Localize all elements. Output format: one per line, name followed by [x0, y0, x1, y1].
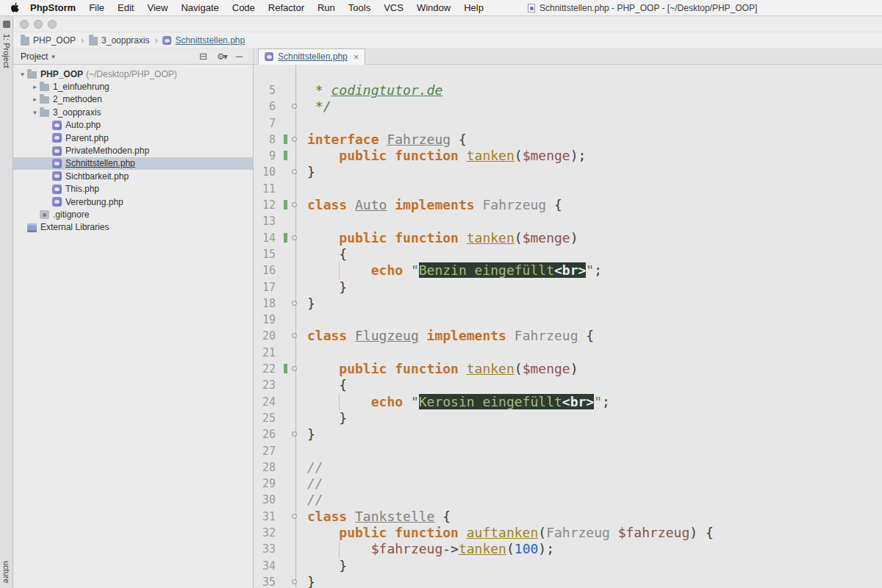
- close-window-button[interactable]: [20, 20, 29, 29]
- code-line-7[interactable]: 7: [254, 115, 882, 132]
- menu-tools[interactable]: Tools: [342, 2, 377, 13]
- tree-item-auto-php[interactable]: Auto.php: [13, 119, 253, 132]
- code-line-33[interactable]: 33 $fahrzeug->tanken(100);: [254, 541, 882, 557]
- menu-help[interactable]: Help: [457, 2, 490, 13]
- menu-view[interactable]: View: [140, 2, 174, 13]
- code-line-35[interactable]: 35}: [254, 574, 882, 588]
- code-line-9[interactable]: 9 public function tanken($menge);: [254, 148, 882, 164]
- gutter-spacer: [283, 410, 289, 426]
- code-line-18[interactable]: 18}: [254, 295, 882, 312]
- tree-expand-arrow-icon[interactable]: ▸: [30, 83, 40, 90]
- code-line-12[interactable]: 12class Auto implements Fahrzeug {: [254, 197, 882, 213]
- fold-marker-icon[interactable]: [292, 579, 297, 584]
- project-tree[interactable]: ▾PHP_OOP (~/Desktop/PHP_OOP)▸1_einfuehru…: [13, 65, 254, 588]
- zoom-window-button[interactable]: [48, 20, 57, 29]
- tree-item-parent-php[interactable]: Parent.php: [13, 132, 253, 144]
- code-line-8[interactable]: 8interface Fahrzeug {: [254, 132, 882, 148]
- tree-item-sichtbarkeit-php[interactable]: Sichtbarkeit.php: [13, 170, 253, 182]
- menu-file[interactable]: File: [82, 2, 111, 13]
- tree-item-privatemethoden-php[interactable]: PrivateMethoden.php: [13, 144, 253, 157]
- fold-marker-icon[interactable]: [292, 104, 297, 109]
- fold-marker-icon[interactable]: [292, 514, 297, 519]
- code-line-10[interactable]: 10}: [254, 164, 882, 180]
- code-line-21[interactable]: 21: [254, 345, 882, 361]
- tree-item-external-libraries[interactable]: External Libraries: [13, 221, 253, 234]
- menu-navigate[interactable]: Navigate: [174, 2, 225, 13]
- tree-expand-arrow-icon[interactable]: ▾: [18, 71, 27, 78]
- code-line-19[interactable]: 19: [254, 312, 882, 328]
- editor[interactable]: 5 * codingtutor.de6 */78interface Fahrze…: [254, 65, 882, 588]
- code-line-5[interactable]: 5 * codingtutor.de: [254, 82, 882, 98]
- tree-item-1-einfuehrung[interactable]: ▸1_einfuehrung: [13, 80, 253, 93]
- code-line-27[interactable]: 27: [254, 443, 882, 459]
- code-line-28[interactable]: 28//: [254, 459, 882, 476]
- fold-marker-icon[interactable]: [292, 301, 297, 306]
- gutter-spacer: [283, 98, 289, 115]
- minimize-window-button[interactable]: [34, 20, 43, 29]
- tree-item-vererbung-php[interactable]: Vererbung.php: [13, 196, 253, 208]
- fold-marker-icon[interactable]: [292, 137, 297, 142]
- hide-panel-icon[interactable]: [236, 51, 243, 61]
- php-icon: [52, 197, 62, 207]
- line-number: 28: [254, 459, 283, 476]
- php-icon: [52, 159, 62, 168]
- apple-menu-icon[interactable]: [10, 2, 20, 13]
- code-line-16[interactable]: 16 echo "Benzin eingefüllt<br>";: [254, 262, 882, 279]
- code-line-29[interactable]: 29//: [254, 476, 882, 492]
- menu-code[interactable]: Code: [226, 2, 262, 13]
- fold-marker-icon[interactable]: [292, 202, 297, 207]
- code-line-22[interactable]: 22 public function tanken($menge): [254, 361, 882, 377]
- tree-item-schnittstellen-php[interactable]: Schnittstellen.php: [13, 157, 253, 170]
- close-tab-icon[interactable]: [354, 52, 359, 62]
- code-line-32[interactable]: 32 public function auftanken(Fahrzeug $f…: [254, 525, 882, 541]
- tree-item-php-oop[interactable]: ▾PHP_OOP (~/Desktop/PHP_OOP): [13, 68, 253, 80]
- code-text: }: [302, 574, 315, 588]
- code-line-34[interactable]: 34 }: [254, 558, 882, 574]
- app-menu-phpstorm[interactable]: PhpStorm: [24, 2, 82, 13]
- line-number: 5: [254, 82, 283, 98]
- fold-marker-icon[interactable]: [292, 431, 297, 437]
- breadcrumb-item-3-ooppraxis[interactable]: 3_ooppraxis: [87, 35, 151, 46]
- line-number: 18: [254, 295, 283, 312]
- code-line-11[interactable]: 11: [254, 181, 882, 197]
- code-line-14[interactable]: 14 public function tanken($menge): [254, 230, 882, 246]
- code-line-15[interactable]: 15 {: [254, 246, 882, 262]
- tab-schnittstellen-php[interactable]: Schnittstellen.php: [258, 49, 365, 65]
- code-line-6[interactable]: 6 */: [254, 98, 882, 115]
- tool-button-project[interactable]: 1: Project: [2, 34, 11, 68]
- code-line-17[interactable]: 17 }: [254, 279, 882, 295]
- breadcrumb-item-schnittstellen-php[interactable]: Schnittstellen.php: [161, 35, 246, 46]
- breadcrumb-item-php-oop[interactable]: PHP_OOP: [19, 35, 77, 46]
- tool-stripe-icon[interactable]: [3, 21, 10, 28]
- tree-item-3-ooppraxis[interactable]: ▾3_ooppraxis: [13, 106, 253, 118]
- code-line-25[interactable]: 25 }: [254, 410, 882, 426]
- tool-button-structure[interactable]: ucture: [2, 561, 11, 584]
- tree-item-gitignore[interactable]: .gitignore: [13, 208, 253, 220]
- fold-marker-icon[interactable]: [292, 235, 297, 240]
- gutter-spacer: [283, 476, 289, 492]
- tree-expand-arrow-icon[interactable]: ▾: [30, 109, 40, 116]
- code-line-30[interactable]: 30//: [254, 492, 882, 508]
- gutter-spacer: [283, 181, 289, 197]
- collapse-all-icon[interactable]: [199, 51, 207, 61]
- code-line-13[interactable]: 13: [254, 213, 882, 229]
- menu-edit[interactable]: Edit: [111, 2, 140, 13]
- menu-window[interactable]: Window: [410, 2, 457, 13]
- code-line-23[interactable]: 23 {: [254, 377, 882, 393]
- fold-marker-icon[interactable]: [292, 169, 297, 174]
- code-line-31[interactable]: 31class Tankstelle {: [254, 509, 882, 525]
- project-panel-title[interactable]: Project: [21, 51, 48, 62]
- tree-item-this-php[interactable]: This.php: [13, 183, 253, 196]
- code-line-24[interactable]: 24 echo "Kerosin eingefüllt<br>";: [254, 394, 882, 410]
- menu-refactor[interactable]: Refactor: [262, 2, 311, 13]
- fold-marker-icon[interactable]: [292, 366, 297, 371]
- code-line-20[interactable]: 20class Flugzeug implements Fahrzeug {: [254, 328, 882, 344]
- menu-vcs[interactable]: VCS: [377, 2, 410, 13]
- fold-gutter: [289, 574, 302, 588]
- tree-expand-arrow-icon[interactable]: ▸: [30, 96, 40, 103]
- code-line-26[interactable]: 26}: [254, 426, 882, 442]
- menu-run[interactable]: Run: [311, 2, 342, 13]
- settings-gear-icon[interactable]: [217, 51, 226, 61]
- tree-item-2-methoden[interactable]: ▸2_methoden: [13, 93, 253, 106]
- fold-marker-icon[interactable]: [292, 333, 297, 338]
